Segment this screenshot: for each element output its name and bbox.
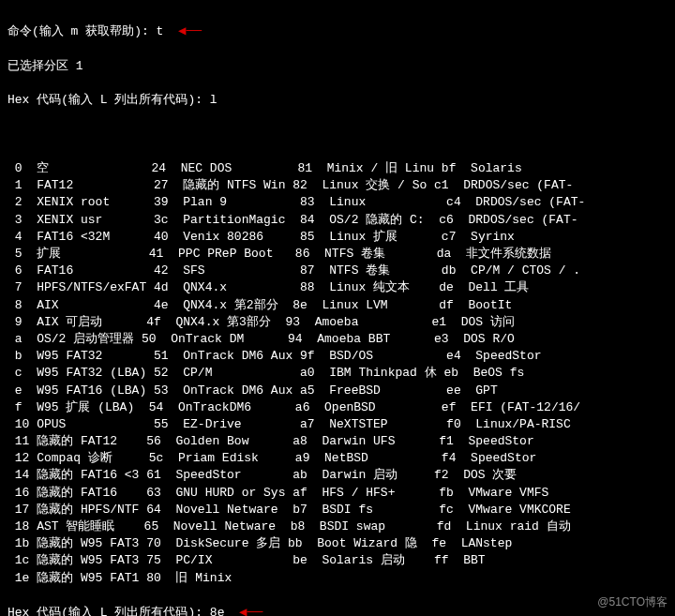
- watermark: @51CTO博客: [597, 594, 668, 610]
- table-row: e W95 FAT16 (LBA) 53 OnTrack DM6 Aux a5 …: [8, 383, 668, 399]
- table-row: 18 AST 智能睡眠 65 Novell Netware b8 BSDI sw…: [8, 518, 668, 535]
- prompt-line: Hex 代码(输入 L 列出所有代码): l: [8, 92, 668, 109]
- table-row: f W95 扩展 (LBA) 54 OnTrackDM6 a6 OpenBSD …: [8, 399, 668, 416]
- table-row: 9 AIX 可启动 4f QNX4.x 第3部分 93 Amoeba e1 DO…: [8, 314, 668, 331]
- table-row: b W95 FAT32 51 OnTrack DM6 Aux 9f BSD/OS…: [8, 348, 668, 365]
- cmd-prompt-label: 命令(输入 m 获取帮助):: [8, 24, 157, 38]
- table-row: 1b 隐藏的 W95 FAT3 70 DiskSecure 多启 bb Boot…: [8, 535, 668, 552]
- hex-input[interactable]: 8e: [210, 606, 225, 616]
- table-row: 5 扩展 41 PPC PReP Boot 86 NTFS 卷集 da 非文件系…: [8, 246, 668, 263]
- partition-codes-table: 0 空 24 NEC DOS 81 Minix / 旧 Linu bf Sola…: [8, 160, 668, 587]
- table-row: c W95 FAT32 (LBA) 52 CP/M a0 IBM Thinkpa…: [8, 365, 668, 382]
- table-row: a OS/2 启动管理器 50 OnTrack DM 94 Amoeba BBT…: [8, 331, 668, 348]
- hex-prompt-label: Hex 代码(输入 L 列出所有代码):: [8, 93, 210, 107]
- table-row: 8 AIX 4e QNX4.x 第2部分 8e Linux LVM df Boo…: [8, 297, 668, 314]
- hex-input[interactable]: l: [210, 93, 218, 107]
- table-row: 1e 隐藏的 W95 FAT1 80 旧 Minix: [8, 570, 668, 587]
- arrow-icon: ◀──: [239, 605, 262, 616]
- table-row: 10 OPUS 55 EZ-Drive a7 NeXTSTEP f0 Linux…: [8, 416, 668, 433]
- prompt-line: Hex 代码(输入 L 列出所有代码): 8e ◀──: [8, 604, 668, 616]
- table-row: 3 XENIX usr 3c PartitionMagic 84 OS/2 隐藏…: [8, 212, 668, 229]
- cmd-input[interactable]: t: [157, 24, 164, 38]
- table-row: 1c 隐藏的 W95 FAT3 75 PC/IX be Solaris 启动 f…: [8, 552, 668, 569]
- terminal-output: 命令(输入 m 获取帮助): t ◀── 已选择分区 1 Hex 代码(输入 L…: [0, 0, 675, 616]
- table-row: 1 FAT12 27 隐藏的 NTFS Win 82 Linux 交换 / So…: [8, 177, 668, 194]
- table-row: 12 Compaq 诊断 5c Priam Edisk a9 NetBSD f4…: [8, 450, 668, 467]
- table-row: 14 隐藏的 FAT16 <3 61 SpeedStor ab Darwin 启…: [8, 467, 668, 484]
- table-row: 7 HPFS/NTFS/exFAT 4d QNX4.x 88 Linux 纯文本…: [8, 279, 668, 296]
- prompt-line: 命令(输入 m 获取帮助): t ◀──: [8, 23, 668, 41]
- table-row: 11 隐藏的 FAT12 56 Golden Bow a8 Darwin UFS…: [8, 433, 668, 450]
- selected-partition: 已选择分区 1: [8, 58, 668, 75]
- table-row: 17 隐藏的 HPFS/NTF 64 Novell Netware b7 BSD…: [8, 502, 668, 518]
- table-row: 4 FAT16 <32M 40 Venix 80286 85 Linux 扩展 …: [8, 229, 668, 246]
- table-row: 2 XENIX root 39 Plan 9 83 Linux c4 DRDOS…: [8, 194, 668, 211]
- arrow-icon: ◀──: [178, 23, 202, 38]
- table-row: 16 隐藏的 FAT16 63 GNU HURD or Sys af HFS /…: [8, 485, 668, 502]
- table-row: 6 FAT16 42 SFS 87 NTFS 卷集 db CP/M / CTOS…: [8, 263, 668, 279]
- table-row: 0 空 24 NEC DOS 81 Minix / 旧 Linu bf Sola…: [8, 160, 668, 177]
- hex-prompt-label: Hex 代码(输入 L 列出所有代码):: [8, 606, 210, 616]
